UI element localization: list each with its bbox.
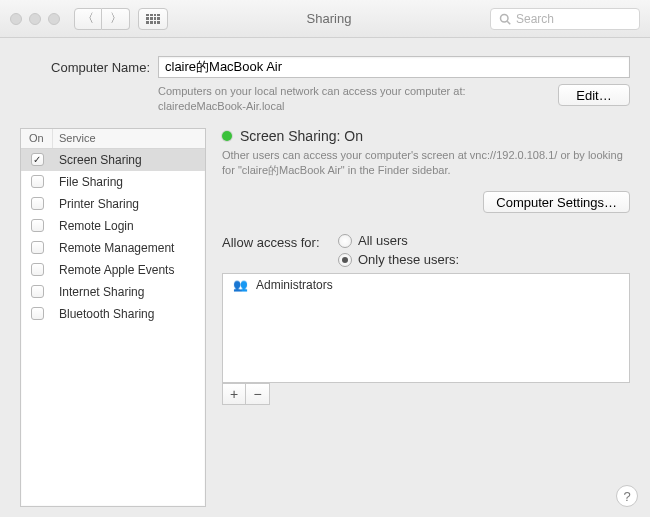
checkbox[interactable] bbox=[31, 175, 44, 188]
search-icon bbox=[499, 13, 511, 25]
service-row[interactable]: Bluetooth Sharing bbox=[21, 303, 205, 325]
service-label: Printer Sharing bbox=[53, 197, 205, 211]
close-icon[interactable] bbox=[10, 13, 22, 25]
users-icon: 👥 bbox=[233, 278, 248, 292]
minimize-icon[interactable] bbox=[29, 13, 41, 25]
chevron-left-icon: 〈 bbox=[82, 10, 94, 27]
search-placeholder: Search bbox=[516, 12, 554, 26]
chevron-right-icon: 〉 bbox=[110, 10, 122, 27]
computer-name-input[interactable] bbox=[158, 56, 630, 78]
service-row[interactable]: Remote Login bbox=[21, 215, 205, 237]
back-button[interactable]: 〈 bbox=[74, 8, 102, 30]
checkbox[interactable] bbox=[31, 219, 44, 232]
add-user-button[interactable]: + bbox=[222, 383, 246, 405]
help-button[interactable]: ? bbox=[616, 485, 638, 507]
checkbox[interactable] bbox=[31, 307, 44, 320]
checkbox[interactable] bbox=[31, 241, 44, 254]
radio-only-these-users-label: Only these users: bbox=[358, 252, 459, 267]
service-row[interactable]: Printer Sharing bbox=[21, 193, 205, 215]
forward-button[interactable]: 〉 bbox=[102, 8, 130, 30]
computer-name-label: Computer Name: bbox=[20, 60, 150, 75]
allowed-users-list[interactable]: 👥Administrators bbox=[222, 273, 630, 383]
local-hostname-note: Computers on your local network can acce… bbox=[158, 84, 558, 114]
radio-only-these-users[interactable]: Only these users: bbox=[338, 252, 630, 267]
service-label: Remote Apple Events bbox=[53, 263, 205, 277]
service-row[interactable]: File Sharing bbox=[21, 171, 205, 193]
service-label: Remote Management bbox=[53, 241, 205, 255]
checkbox[interactable] bbox=[31, 285, 44, 298]
service-row[interactable]: Remote Management bbox=[21, 237, 205, 259]
service-label: Screen Sharing bbox=[53, 153, 205, 167]
user-row[interactable]: 👥Administrators bbox=[223, 274, 629, 296]
service-description: Other users can access your computer's s… bbox=[222, 148, 630, 178]
services-list: On Service ✓Screen SharingFile SharingPr… bbox=[20, 128, 206, 507]
status-dot-icon bbox=[222, 131, 232, 141]
service-row[interactable]: ✓Screen Sharing bbox=[21, 149, 205, 171]
radio-icon bbox=[338, 253, 352, 267]
radio-icon bbox=[338, 234, 352, 248]
user-label: Administrators bbox=[256, 278, 333, 292]
service-row[interactable]: Internet Sharing bbox=[21, 281, 205, 303]
checkbox[interactable]: ✓ bbox=[31, 153, 44, 166]
service-label: Internet Sharing bbox=[53, 285, 205, 299]
search-input[interactable]: Search bbox=[490, 8, 640, 30]
grid-icon bbox=[146, 14, 160, 24]
service-status-label: Screen Sharing: On bbox=[240, 128, 363, 144]
radio-all-users-label: All users bbox=[358, 233, 408, 248]
column-header-on[interactable]: On bbox=[21, 129, 53, 148]
remove-user-button[interactable]: − bbox=[246, 383, 270, 405]
checkbox[interactable] bbox=[31, 197, 44, 210]
svg-point-0 bbox=[501, 14, 509, 22]
window-title: Sharing bbox=[176, 11, 482, 26]
radio-all-users[interactable]: All users bbox=[338, 233, 630, 248]
service-label: Remote Login bbox=[53, 219, 205, 233]
service-label: File Sharing bbox=[53, 175, 205, 189]
service-label: Bluetooth Sharing bbox=[53, 307, 205, 321]
svg-line-1 bbox=[507, 21, 510, 24]
show-all-button[interactable] bbox=[138, 8, 168, 30]
window-controls[interactable] bbox=[10, 13, 60, 25]
checkbox[interactable] bbox=[31, 263, 44, 276]
column-header-service[interactable]: Service bbox=[53, 129, 205, 148]
service-row[interactable]: Remote Apple Events bbox=[21, 259, 205, 281]
edit-button[interactable]: Edit… bbox=[558, 84, 630, 106]
computer-settings-button[interactable]: Computer Settings… bbox=[483, 191, 630, 213]
zoom-icon[interactable] bbox=[48, 13, 60, 25]
